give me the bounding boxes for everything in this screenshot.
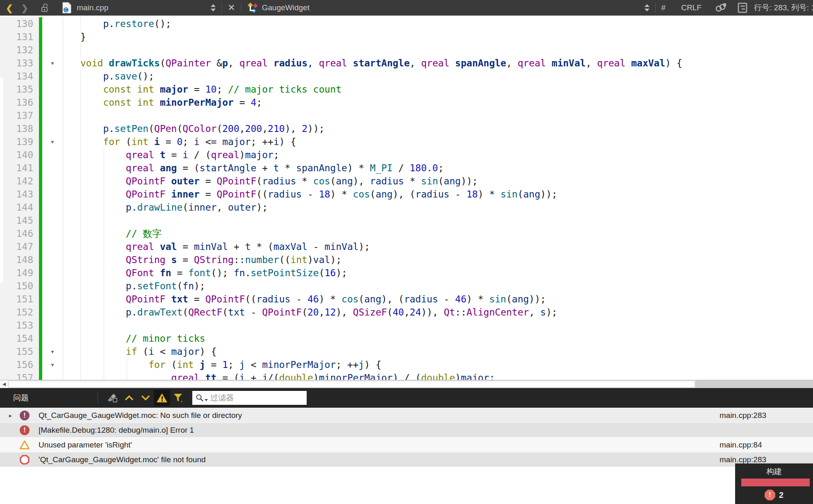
line-number[interactable]: 137 [0,109,39,122]
line-number[interactable]: 139 [0,135,39,148]
fold-margin[interactable]: ▾ [42,345,63,358]
line-number[interactable]: 155 [0,345,39,358]
horizontal-scrollbar-handle[interactable] [8,381,695,388]
forward-button[interactable]: ❯ [21,4,29,12]
line-number[interactable]: 144 [0,201,39,214]
code-line[interactable]: 132 [0,43,813,57]
issue-file-reference[interactable]: main.cpp:283 [720,455,813,464]
line-number[interactable]: 147 [0,240,39,253]
code-text[interactable]: for (int j = 1; j < minorPerMajor; ++j) … [63,358,813,371]
line-number[interactable]: 132 [0,43,39,57]
code-line[interactable]: 133▾void drawTicks(QPainter &p, qreal ra… [0,57,813,70]
symbol-dropdown-spinner[interactable] [644,4,649,11]
code-text[interactable]: qreal t = i / (qreal)major; [63,148,813,161]
code-text[interactable]: const int minorPerMajor = 4; [63,96,813,109]
code-line[interactable]: 135 const int major = 10; // major ticks… [0,83,813,96]
fold-margin[interactable] [42,175,63,188]
code-line[interactable]: 140 qreal t = i / (qreal)major; [0,148,813,161]
fold-margin[interactable]: ▾ [42,57,63,70]
horizontal-scrollbar-track[interactable] [695,380,813,388]
line-number[interactable]: 149 [0,266,39,279]
code-text[interactable]: p.setFont(fn); [63,279,813,293]
search-options-caret-icon[interactable] [205,399,208,401]
fold-margin[interactable] [42,279,63,293]
line-number[interactable]: 134 [0,70,39,83]
fold-margin[interactable] [42,83,63,96]
fold-margin[interactable] [42,214,63,227]
unlock-icon[interactable] [41,3,50,13]
code-line[interactable]: 145 [0,214,813,227]
fold-margin[interactable] [42,122,63,135]
issue-row[interactable]: 'Qt_CarGauge_GaugeWidget.moc' file not f… [0,452,813,467]
code-text[interactable]: p.setPen(QPen(QColor(200,200,210), 2)); [63,122,813,135]
line-number[interactable]: 130 [0,17,39,30]
code-line[interactable]: 144 p.drawLine(inner, outer); [0,201,813,214]
code-editor[interactable]: 130 p.restore();131}132133▾void drawTick… [0,16,813,380]
line-number[interactable]: 151 [0,293,39,306]
document-dropdown-spinner[interactable] [211,4,216,11]
symbol-hash-button[interactable]: # [661,3,666,12]
code-text[interactable] [63,109,813,122]
back-button[interactable]: ❮ [6,4,13,12]
code-line[interactable]: 154 // minor ticks [0,332,813,345]
issues-filter-input[interactable] [210,393,303,402]
code-text[interactable]: const int major = 10; // major ticks cou… [63,83,813,96]
code-text[interactable]: qreal ang = (startAngle + t * spanAngle)… [63,161,813,175]
code-text[interactable]: QFont fn = font(); fn.setPointSize(16); [63,266,813,279]
cursor-position-indicator[interactable]: 行号: 283, 列号: 1 [754,2,813,13]
line-number[interactable]: 148 [0,253,39,266]
line-number[interactable]: 146 [0,227,39,240]
code-text[interactable]: qreal tt = (i + j/(double)minorPerMajor)… [63,371,813,380]
build-error-summary[interactable]: ! 2 [735,490,813,500]
code-text[interactable] [63,214,813,227]
fold-margin[interactable] [42,43,63,57]
fold-margin[interactable] [42,240,63,253]
code-line[interactable]: 157 qreal tt = (i + j/(double)minorPerMa… [0,371,813,380]
code-line[interactable]: 153 [0,319,813,332]
outline-icon[interactable] [738,2,747,13]
fold-margin[interactable] [42,319,63,332]
clear-issues-button[interactable] [105,390,121,406]
code-line[interactable]: 155▾ if (i < major) { [0,345,813,358]
code-line[interactable]: 147 qreal val = minVal + t * (maxVal - m… [0,240,813,253]
line-number[interactable]: 131 [0,30,39,43]
fold-margin[interactable] [42,96,63,109]
code-line[interactable]: 134 p.save(); [0,70,813,83]
line-number[interactable]: 156 [0,358,39,371]
code-text[interactable] [63,43,813,57]
fold-margin[interactable] [42,161,63,175]
issue-file-reference[interactable]: main.cpp:84 [720,440,813,450]
code-line[interactable]: 149 QFont fn = font(); fn.setPointSize(1… [0,266,813,279]
line-number[interactable]: 136 [0,96,39,109]
fold-margin[interactable] [42,227,63,240]
fold-margin[interactable] [42,332,63,345]
fold-margin[interactable] [42,70,63,83]
line-number[interactable]: 157 [0,371,39,380]
fold-margin[interactable] [42,17,63,30]
code-text[interactable]: } [63,30,813,43]
fold-arrow-icon[interactable]: ▾ [51,139,54,145]
fold-margin[interactable] [42,266,63,279]
code-line[interactable]: 130 p.restore(); [0,17,813,30]
fold-margin[interactable] [42,109,63,122]
code-text[interactable]: if (i < major) { [63,345,813,358]
code-text[interactable]: p.restore(); [63,17,813,30]
code-line[interactable]: 150 p.setFont(fn); [0,279,813,293]
build-progress-popup[interactable]: 构建 ! 2 [735,463,813,504]
code-line[interactable]: 156▾ for (int j = 1; j < minorPerMajor; … [0,358,813,371]
code-line[interactable]: 136 const int minorPerMajor = 4; [0,96,813,109]
code-line[interactable]: 148 QString s = QString::number((int)val… [0,253,813,266]
line-number[interactable]: 142 [0,175,39,188]
issue-row[interactable]: ![Makefile.Debug:1280: debug/main.o] Err… [0,422,813,437]
line-ending-selector[interactable]: CRLF [681,3,701,12]
line-number[interactable]: 141 [0,161,39,175]
line-number[interactable]: 145 [0,214,39,227]
fold-margin[interactable] [42,148,63,161]
code-text[interactable]: QPointF inner = QPointF((radius - 18) * … [63,188,813,201]
line-number[interactable]: 138 [0,122,39,135]
fold-margin[interactable] [42,201,63,214]
issue-row[interactable]: ▸!Qt_CarGauge_GaugeWidget.moc: No such f… [0,408,813,422]
code-text[interactable] [63,319,813,332]
line-number[interactable]: 150 [0,279,39,293]
fold-arrow-icon[interactable]: ▾ [51,362,54,368]
